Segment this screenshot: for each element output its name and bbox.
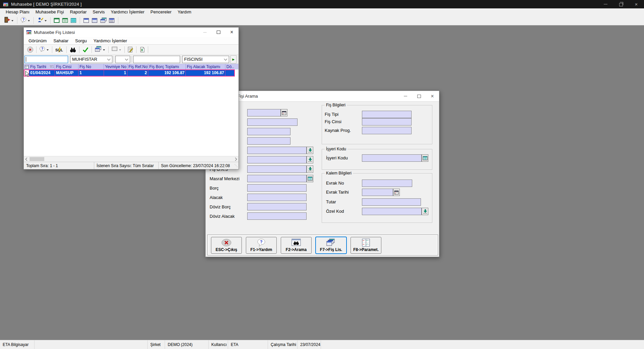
menu-yardim[interactable]: Yardım (174, 9, 194, 14)
excel-export-button[interactable]: X (138, 45, 146, 54)
fis-tipi-field[interactable] (362, 111, 412, 118)
horizontal-scrollbar[interactable] (24, 156, 238, 162)
search-field-ozel-kod-2[interactable] (247, 156, 307, 163)
doviz-alacak-field[interactable] (247, 212, 307, 220)
scroll-right-button[interactable] (233, 156, 238, 162)
filter-search-input[interactable] (24, 56, 68, 63)
f1-yardim-button[interactable]: ? F1->Yardım (246, 237, 277, 254)
scrollbar-thumb[interactable] (30, 157, 44, 161)
list-menu-gorunum[interactable]: Görünüm (25, 38, 50, 43)
user-tools-dropdown-caret[interactable] (45, 20, 47, 21)
filter-go-button[interactable]: ▶ (230, 55, 236, 63)
search-field-1[interactable] (247, 109, 281, 116)
cascade-windows-button[interactable] (99, 16, 108, 25)
borc-field[interactable] (247, 184, 307, 192)
fis-window-button[interactable] (82, 16, 91, 25)
menu-muhasebe-fisi[interactable]: Muhasebe Fişi (33, 9, 67, 14)
alacak-field[interactable] (247, 194, 307, 201)
column-header-fis-borc-toplami[interactable]: Fiş Borç Toplamı (148, 64, 186, 69)
report-button[interactable] (126, 45, 135, 54)
isyeri-kodu-field[interactable] (362, 154, 422, 162)
ozel-kod-1-lookup-button[interactable] (307, 147, 313, 154)
list-close-button[interactable]: × (225, 28, 238, 37)
grid-view-button[interactable] (69, 16, 78, 25)
list-menu-sorgu[interactable]: Sorgu (72, 38, 90, 43)
ozel-kod-field[interactable] (362, 208, 422, 215)
exit-dropdown-caret[interactable] (11, 20, 13, 21)
search-maximize-button[interactable] (412, 91, 426, 101)
exit-button[interactable] (3, 16, 15, 25)
user-tools-button[interactable] (36, 16, 48, 25)
table-combo[interactable]: MUHFISTAR (70, 56, 112, 63)
new-window-button[interactable] (53, 16, 61, 25)
list-help-button[interactable]: ? (38, 45, 50, 54)
masraf-merkezi-field[interactable] (247, 175, 307, 182)
column-header-fis-alacak-toplami[interactable]: Fiş Alacak Toplamı (186, 64, 225, 69)
masraf-merkezi-lookup-button[interactable] (307, 175, 313, 182)
resize-grip[interactable]: ⋱ (234, 164, 238, 167)
menu-servis[interactable]: Servis (90, 9, 108, 14)
filter-value-input[interactable] (133, 56, 180, 63)
cancel-button[interactable] (26, 45, 35, 54)
layout-button[interactable] (110, 45, 123, 54)
main-titlebar[interactable]: Muhasebe [ DEMO ŞİRKETİ/2024 ] × (0, 0, 644, 8)
scroll-left-button[interactable] (24, 156, 29, 162)
f7-fis-listesi-button[interactable]: F7->Fiş Lis. (316, 237, 346, 254)
evrak-tarihi-field[interactable] (362, 189, 393, 196)
view-windows-button[interactable] (94, 45, 107, 54)
main-minimize-button[interactable] (598, 0, 613, 8)
evrak-no-field[interactable] (362, 180, 412, 187)
column-header-doviz[interactable]: Dö... (225, 64, 234, 69)
help-dropdown-caret[interactable] (28, 20, 30, 21)
main-close-button[interactable]: × (629, 0, 644, 8)
kaynak-prog-field[interactable] (362, 127, 412, 134)
search-window-titlebar[interactable]: Muhasebe Fişi Arama × (206, 91, 439, 102)
isyeri-kodu-lookup-button[interactable] (422, 154, 428, 162)
list-window-titlebar[interactable]: Muhasebe Fiş Listesi × (24, 28, 238, 37)
evrak-tarihi-calendar-button[interactable] (393, 189, 400, 196)
search-field-4[interactable] (247, 137, 290, 145)
fis-pattern-window-button[interactable] (91, 16, 99, 25)
mini-combo[interactable] (115, 56, 130, 63)
doviz-borc-field[interactable] (247, 203, 307, 210)
apply-button[interactable] (81, 45, 90, 54)
main-restore-button[interactable] (613, 0, 629, 8)
ozel-kod-2-lookup-button[interactable] (307, 156, 313, 163)
ozel-kod-lookup-button[interactable] (422, 208, 428, 215)
find-button[interactable] (68, 45, 77, 54)
calendar-button[interactable] (108, 16, 116, 25)
field-combo[interactable]: FISCINSI (182, 56, 229, 63)
grid-selector-header[interactable] (24, 64, 29, 69)
help-dropdown-caret[interactable] (47, 49, 49, 51)
column-header-fis-tarihi[interactable]: Fiş Tarihi∇1 (29, 64, 55, 69)
esc-cikis-button[interactable]: ESC->Çıkış (211, 237, 242, 254)
list-menu-yardimci-islemler[interactable]: Yardımcı İşlemler (90, 38, 130, 43)
fis-cinsi-field[interactable] (362, 118, 412, 126)
list-menu-sahalar[interactable]: Sahalar (50, 38, 72, 43)
search-field-1-calendar-button[interactable] (281, 109, 287, 116)
search-field-3[interactable] (247, 128, 290, 135)
search-close-button[interactable]: × (426, 91, 439, 101)
menu-raporlar[interactable]: Raporlar (67, 9, 90, 14)
search-field-ozel-kod-3[interactable] (247, 165, 307, 173)
column-header-fis-cinsi[interactable]: Fiş Cinsi (55, 64, 78, 69)
ozel-kod-3-lookup-button[interactable] (307, 165, 313, 173)
tutar-field[interactable] (362, 198, 421, 206)
menu-pencereler[interactable]: Pencereler (148, 9, 175, 14)
view-dropdown-caret[interactable] (103, 49, 105, 51)
sql-button[interactable]: SQL (54, 45, 65, 54)
list-maximize-button[interactable] (212, 28, 225, 37)
search-field-2[interactable] (247, 118, 298, 126)
menu-hesap-plani[interactable]: Hesap Planı (3, 9, 33, 14)
layout-dropdown-caret[interactable] (119, 49, 121, 51)
list-minimize-button[interactable] (198, 28, 212, 37)
f8-parametreler-button[interactable]: F8->Paramet. (351, 237, 381, 254)
f2-arama-button[interactable]: F2->Arama (281, 237, 312, 254)
search-minimize-button[interactable] (399, 91, 412, 101)
help-button[interactable]: ? (19, 16, 32, 25)
column-header-fis-no[interactable]: Fiş No (78, 64, 104, 69)
search-field-ozel-kod-1[interactable] (247, 147, 307, 154)
table-row[interactable]: ▶ 01/04/2024 MAHSUP 1 1 2 192 106.87 192… (24, 69, 235, 77)
column-header-yevmiye-no[interactable]: Yevmiye No (104, 64, 127, 69)
column-header-fis-ref-no[interactable]: Fiş Ref.No∇ (127, 64, 148, 69)
